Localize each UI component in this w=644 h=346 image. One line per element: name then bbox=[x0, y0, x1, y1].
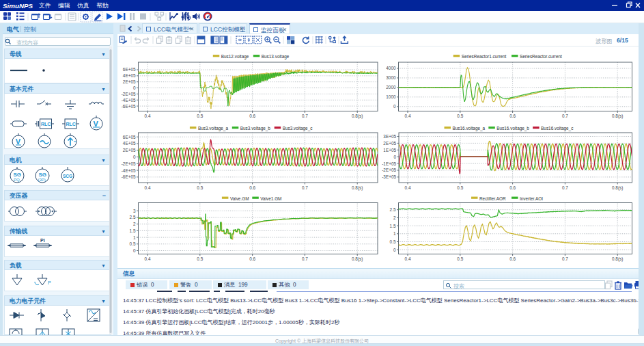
svg-text:3E+05: 3E+05 bbox=[383, 134, 396, 139]
svg-text:-2E+05: -2E+05 bbox=[382, 168, 396, 172]
svg-text:2E+05: 2E+05 bbox=[123, 148, 136, 152]
svg-text:-2E+05: -2E+05 bbox=[122, 161, 136, 166]
svg-text:0.5: 0.5 bbox=[390, 239, 396, 244]
svg-text:1000: 1000 bbox=[386, 94, 396, 99]
svg-text:3: 3 bbox=[133, 209, 136, 213]
svg-text:0.5: 0.5 bbox=[197, 256, 203, 261]
svg-text:Bus3.voltage_a: Bus3.voltage_a bbox=[198, 126, 229, 131]
svg-text:2000: 2000 bbox=[386, 85, 396, 90]
svg-text:-6E+05: -6E+05 bbox=[122, 104, 136, 109]
svg-text:Valve1.GM: Valve1.GM bbox=[260, 196, 281, 201]
svg-text:6E+05: 6E+05 bbox=[123, 135, 136, 139]
svg-text:4E+05: 4E+05 bbox=[123, 73, 136, 78]
svg-text:1: 1 bbox=[393, 231, 396, 236]
svg-text:3000: 3000 bbox=[386, 75, 396, 80]
svg-text:Rectifier.AOR: Rectifier.AOR bbox=[479, 196, 506, 201]
svg-text:0.7: 0.7 bbox=[562, 114, 568, 118]
svg-text:0.4: 0.4 bbox=[145, 114, 151, 118]
svg-text:0.4: 0.4 bbox=[405, 114, 411, 118]
svg-text:0.6: 0.6 bbox=[509, 114, 516, 118]
svg-text:2.5: 2.5 bbox=[130, 215, 136, 219]
svg-text:0: 0 bbox=[133, 248, 136, 253]
svg-text:0.8(s): 0.8(s) bbox=[352, 256, 363, 262]
svg-text:Valve.GM: Valve.GM bbox=[230, 196, 249, 201]
svg-text:1.5: 1.5 bbox=[390, 224, 396, 228]
svg-text:-3E+05: -3E+05 bbox=[382, 174, 396, 179]
svg-text:0.8(s): 0.8(s) bbox=[352, 114, 363, 119]
svg-text:Bus13.voltage: Bus13.voltage bbox=[262, 54, 290, 59]
svg-text:0.5: 0.5 bbox=[457, 185, 463, 190]
svg-text:2: 2 bbox=[393, 215, 396, 220]
svg-text:SeriesReactor.current: SeriesReactor.current bbox=[520, 54, 562, 59]
svg-text:0: 0 bbox=[393, 104, 396, 109]
svg-text:4000: 4000 bbox=[386, 66, 396, 70]
svg-text:-2E+05: -2E+05 bbox=[122, 92, 136, 96]
svg-text:0.6: 0.6 bbox=[509, 185, 516, 190]
svg-text:0.5: 0.5 bbox=[457, 256, 463, 261]
svg-text:Inverter.AOI: Inverter.AOI bbox=[520, 196, 543, 201]
svg-text:2.5: 2.5 bbox=[390, 207, 396, 212]
svg-text:2E+05: 2E+05 bbox=[123, 79, 136, 84]
svg-text:0.5: 0.5 bbox=[197, 185, 203, 190]
svg-text:0.4: 0.4 bbox=[145, 256, 151, 261]
svg-text:Bus16.voltage_b: Bus16.voltage_b bbox=[496, 126, 529, 131]
svg-text:-4E+05: -4E+05 bbox=[122, 98, 136, 103]
svg-text:0.4: 0.4 bbox=[405, 256, 411, 261]
svg-text:-1E+05: -1E+05 bbox=[382, 161, 396, 166]
svg-text:0.4: 0.4 bbox=[145, 185, 151, 190]
svg-text:Bus3.voltage_b: Bus3.voltage_b bbox=[240, 126, 271, 131]
svg-text:0.8(s): 0.8(s) bbox=[612, 185, 623, 191]
svg-text:0.8(s): 0.8(s) bbox=[612, 114, 623, 119]
svg-text:0.7: 0.7 bbox=[302, 256, 308, 261]
svg-text:0.5: 0.5 bbox=[197, 114, 203, 118]
svg-text:0.6: 0.6 bbox=[249, 185, 255, 190]
svg-text:6E+05: 6E+05 bbox=[123, 67, 136, 72]
svg-text:-6E+05: -6E+05 bbox=[122, 174, 136, 179]
svg-text:P: P bbox=[48, 280, 51, 285]
svg-text:Bus12.voltage: Bus12.voltage bbox=[221, 54, 249, 59]
svg-text:0.8(s): 0.8(s) bbox=[352, 185, 363, 191]
svg-text:0.7: 0.7 bbox=[562, 185, 568, 190]
svg-text:0: 0 bbox=[393, 155, 396, 159]
svg-text:0.8(s): 0.8(s) bbox=[612, 256, 623, 262]
svg-text:0.7: 0.7 bbox=[562, 256, 568, 261]
svg-text:Bus16.voltage_c: Bus16.voltage_c bbox=[541, 126, 574, 131]
svg-text:2E+05: 2E+05 bbox=[383, 141, 396, 146]
svg-text:Bus3.voltage_c: Bus3.voltage_c bbox=[283, 126, 313, 131]
svg-text:0.5: 0.5 bbox=[457, 114, 463, 118]
svg-text:0.4: 0.4 bbox=[405, 185, 411, 190]
svg-text:1.5: 1.5 bbox=[130, 228, 136, 233]
svg-text:0.7: 0.7 bbox=[302, 114, 308, 118]
svg-text:0.5: 0.5 bbox=[130, 241, 136, 246]
svg-text:0.7: 0.7 bbox=[302, 185, 308, 190]
svg-text:0: 0 bbox=[133, 155, 136, 159]
svg-text:2: 2 bbox=[133, 222, 136, 226]
svg-text:0.6: 0.6 bbox=[249, 114, 255, 118]
svg-text:4E+05: 4E+05 bbox=[123, 141, 136, 146]
svg-text:0.6: 0.6 bbox=[509, 256, 516, 261]
svg-text:0.6: 0.6 bbox=[249, 256, 255, 261]
svg-text:Bus16.voltage_a: Bus16.voltage_a bbox=[453, 126, 486, 131]
svg-text:1: 1 bbox=[133, 235, 136, 240]
svg-text:0: 0 bbox=[133, 85, 136, 90]
svg-text:0: 0 bbox=[393, 248, 396, 252]
svg-text:1E+05: 1E+05 bbox=[383, 148, 396, 152]
svg-text:SeriesReactor1.current: SeriesReactor1.current bbox=[462, 54, 507, 59]
svg-text:-4E+05: -4E+05 bbox=[122, 168, 136, 173]
